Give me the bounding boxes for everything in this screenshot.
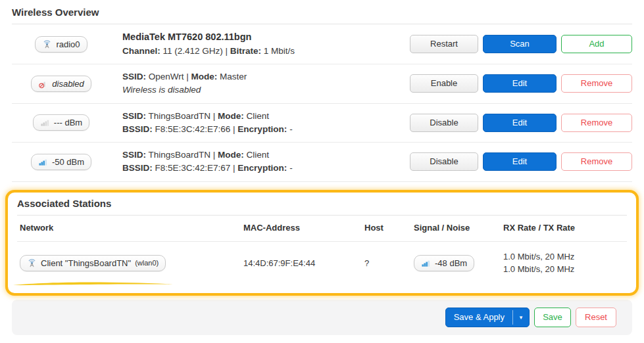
remove-button[interactable]: Remove xyxy=(561,152,632,171)
radio0-badge: radio0 xyxy=(35,36,87,53)
station-network-badge: Client "ThingsBoardTN" (wlan0) xyxy=(20,255,166,271)
bssid-line: BSSID: F8:5E:3C:42:E7:66 | Encryption: - xyxy=(122,123,409,136)
signal-none-icon xyxy=(40,118,50,127)
signal-badge-label: -50 dBm xyxy=(52,157,84,167)
station-signal-label: -48 dBm xyxy=(435,258,467,268)
yellow-marker-underline xyxy=(12,280,176,288)
station-network-label: Client "ThingsBoardTN" xyxy=(41,258,131,268)
signal-strength-icon xyxy=(421,258,431,268)
wireless-row-radio0: radio0 MediaTek MT7620 802.11bgn Channel… xyxy=(12,24,632,64)
associated-stations-highlight-box: Associated Stations Network MAC-Address … xyxy=(5,190,639,296)
col-signal-noise: Signal / Noise xyxy=(414,223,503,233)
device-title: MediaTek MT7620 802.11bgn xyxy=(122,30,409,45)
station-host: ? xyxy=(364,258,414,268)
ssid-line: SSID: OpenWrt | Mode: Master xyxy=(122,70,409,83)
station-mac: 14:4D:67:9F:E4:44 xyxy=(243,258,364,268)
wireless-row-openwrt: disabled SSID: OpenWrt | Mode: Master Wi… xyxy=(12,64,632,104)
ssid-line: SSID: ThingsBoardTN | Mode: Client xyxy=(122,149,409,162)
remove-button[interactable]: Remove xyxy=(561,74,632,93)
stations-table-header: Network MAC-Address Host Signal / Noise … xyxy=(17,216,627,242)
wireless-overview-page: Wireless Overview radio0 MediaTek MT7620… xyxy=(0,0,644,343)
page-actions-bar: Save & Apply ▾ Save Reset xyxy=(12,300,632,335)
restart-button[interactable]: Restart xyxy=(410,35,478,53)
chevron-down-icon[interactable]: ▾ xyxy=(513,308,529,327)
disable-button[interactable]: Disable xyxy=(410,114,478,132)
col-mac-address: MAC-Address xyxy=(243,223,364,233)
station-tx-rate: 1.0 Mbit/s, 20 MHz xyxy=(503,263,627,276)
station-row: Client "ThingsBoardTN" (wlan0) 14:4D:67:… xyxy=(17,242,627,286)
signal-strength-icon xyxy=(38,157,48,167)
associated-stations-title: Associated Stations xyxy=(17,198,627,216)
no-signal-badge-label: --- dBm xyxy=(54,118,82,127)
edit-button[interactable]: Edit xyxy=(483,152,557,171)
remove-button[interactable]: Remove xyxy=(561,114,632,132)
add-button[interactable]: Add xyxy=(561,35,632,53)
wifi-tower-icon xyxy=(27,258,37,268)
wireless-row-client-66: --- dBm SSID: ThingsBoardTN | Mode: Clie… xyxy=(12,104,632,143)
station-signal-badge: -48 dBm xyxy=(414,255,474,271)
disabled-badge-label: disabled xyxy=(52,79,84,89)
col-network: Network xyxy=(20,223,243,233)
disable-button[interactable]: Disable xyxy=(410,152,478,171)
page-title: Wireless Overview xyxy=(12,7,632,24)
save-button[interactable]: Save xyxy=(534,308,571,327)
wireless-disabled-note: Wireless is disabled xyxy=(122,83,409,97)
radio0-badge-label: radio0 xyxy=(56,39,80,49)
bssid-line: BSSID: F8:5E:3C:42:E7:67 | Encryption: - xyxy=(122,162,409,175)
wifi-disabled-icon xyxy=(38,79,48,89)
ssid-line: SSID: ThingsBoardTN | Mode: Client xyxy=(122,110,409,123)
save-apply-button[interactable]: Save & Apply xyxy=(446,308,512,327)
wireless-row-client-67: -50 dBm SSID: ThingsBoardTN | Mode: Clie… xyxy=(12,143,632,182)
station-network-interface: (wlan0) xyxy=(135,259,159,267)
col-host: Host xyxy=(364,223,414,233)
enable-button[interactable]: Enable xyxy=(410,74,478,93)
scan-button[interactable]: Scan xyxy=(483,35,557,53)
station-rx-rate: 1.0 Mbit/s, 20 MHz xyxy=(503,250,627,263)
edit-button[interactable]: Edit xyxy=(483,114,557,132)
signal-badge: -50 dBm xyxy=(31,154,91,170)
save-apply-split-button[interactable]: Save & Apply ▾ xyxy=(445,308,530,327)
reset-button[interactable]: Reset xyxy=(576,308,616,327)
device-info-line: Channel: 11 (2.412 GHz) | Bitrate: 1 Mbi… xyxy=(122,45,409,58)
col-rx-tx-rate: RX Rate / TX Rate xyxy=(503,223,627,233)
edit-button[interactable]: Edit xyxy=(483,74,557,93)
wifi-tower-icon xyxy=(42,39,52,49)
no-signal-badge: --- dBm xyxy=(33,114,89,131)
disabled-badge: disabled xyxy=(31,76,91,92)
